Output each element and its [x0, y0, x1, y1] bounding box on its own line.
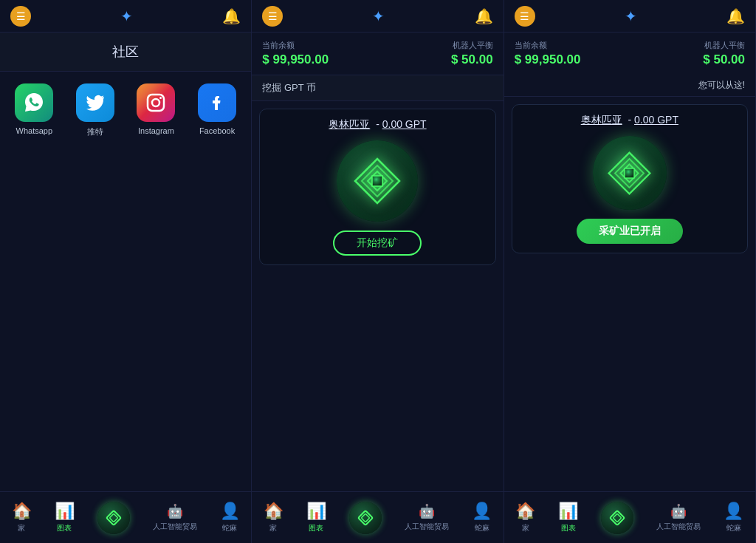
mining-card-2: 奥林匹亚 - 0.00 GPT — [512, 104, 748, 253]
svg-rect-3 — [106, 510, 121, 525]
bell-icon-2[interactable]: 🔔 — [475, 7, 493, 25]
nav-snake-label-3: 蛇麻 — [726, 523, 741, 533]
coin-name-2: 奥林匹亚 - 0.00 GPT — [581, 114, 678, 127]
nav-chart[interactable]: 📊 图表 — [55, 502, 75, 533]
notice-bar: 您可以从这! — [504, 75, 755, 97]
whatsapp-icon — [15, 83, 53, 122]
current-balance-value-2: $ 99,950.00 — [515, 52, 581, 67]
current-balance: 当前余额 $ 99,950.00 — [262, 40, 329, 67]
header-logo-area-3: ✦ — [625, 7, 637, 25]
svg-rect-0 — [148, 95, 164, 111]
mining-panel-2: ☰ ✦ 🔔 当前余额 $ 99,950.00 机器人平衡 $ 50.00 您可以… — [504, 0, 756, 543]
mining2-header: ☰ ✦ 🔔 — [504, 0, 755, 33]
balance-section-1: 当前余额 $ 99,950.00 机器人平衡 $ 50.00 — [252, 33, 503, 75]
ai-icon-2: 🤖 — [419, 503, 435, 519]
logo-icon-2: ✦ — [372, 7, 385, 25]
chart-icon-2: 📊 — [306, 502, 326, 521]
bottom-nav-mining1: 🏠 家 📊 图表 🤖 人工智能贸易 👤 蛇麻 — [252, 491, 503, 543]
current-balance-label-2: 当前余额 — [515, 40, 581, 51]
whatsapp-label: Whatsapp — [16, 126, 53, 135]
nav-snake-3[interactable]: 👤 蛇麻 — [724, 502, 743, 533]
mining-gem-1 — [337, 140, 418, 222]
home-icon: 🏠 — [12, 502, 32, 521]
nav-ai-3[interactable]: 🤖 人工智能贸易 — [656, 503, 701, 532]
twitter-label: 推特 — [87, 126, 103, 137]
robot-balance-label-2: 机器人平衡 — [703, 40, 745, 51]
mining-title-1: 挖掘 GPT 币 — [262, 81, 316, 95]
mining1-header: ☰ ✦ 🔔 — [252, 0, 503, 33]
menu-icon-3[interactable]: ☰ — [515, 6, 535, 27]
chart-icon-3: 📊 — [558, 502, 578, 521]
bell-icon[interactable]: 🔔 — [222, 7, 241, 25]
community-header: ☰ ✦ 🔔 — [0, 0, 251, 33]
nav-home[interactable]: 🏠 家 — [12, 502, 32, 533]
nav-home-label-2: 家 — [269, 523, 277, 533]
balance-section-2: 当前余额 $ 99,950.00 机器人平衡 $ 50.00 — [504, 33, 755, 75]
svg-marker-16 — [609, 152, 650, 194]
svg-rect-4 — [109, 513, 117, 522]
social-item-twitter[interactable]: 推特 — [69, 83, 123, 137]
instagram-label: Instagram — [138, 126, 174, 135]
nav-ai-label-3: 人工智能贸易 — [656, 522, 701, 532]
svg-rect-10 — [358, 510, 373, 525]
nav-chart-label-2: 图表 — [309, 523, 323, 533]
svg-rect-17 — [610, 510, 625, 525]
instagram-icon — [137, 83, 175, 122]
nav-ai-2[interactable]: 🤖 人工智能贸易 — [405, 503, 449, 532]
menu-icon-2[interactable]: ☰ — [262, 6, 283, 27]
start-mining-btn-1[interactable]: 开始挖矿 — [333, 230, 422, 256]
nav-chart-label: 图表 — [57, 523, 72, 533]
nav-gem-2[interactable] — [349, 502, 382, 534]
robot-balance-value: $ 50.00 — [451, 52, 493, 67]
current-balance-label: 当前余额 — [262, 40, 329, 51]
robot-balance: 机器人平衡 $ 50.00 — [451, 40, 493, 67]
current-balance-value: $ 99,950.00 — [262, 52, 329, 67]
svg-marker-9 — [355, 159, 399, 203]
gem-icon-3 — [601, 502, 633, 534]
mining1-content: 当前余额 $ 99,950.00 机器人平衡 $ 50.00 挖掘 GPT 币 … — [252, 33, 503, 543]
svg-point-1 — [152, 99, 159, 106]
bottom-nav-community: 🏠 家 📊 图表 🤖 人工智能贸易 👤 蛇麻 — [0, 491, 251, 543]
nav-ai[interactable]: 🤖 人工智能贸易 — [153, 503, 197, 532]
bell-icon-3[interactable]: 🔔 — [726, 7, 745, 25]
snake-icon: 👤 — [220, 502, 240, 521]
coin-name-1: 奥林匹亚 - 0.00 GPT — [329, 118, 426, 132]
nav-home-label-3: 家 — [522, 523, 529, 533]
start-mining-btn-2[interactable]: 采矿业已开启 — [577, 219, 683, 244]
nav-chart-label-3: 图表 — [561, 523, 576, 533]
social-item-instagram[interactable]: Instagram — [129, 83, 183, 137]
nav-snake[interactable]: 👤 蛇麻 — [220, 502, 240, 533]
bottom-nav-mining2: 🏠 家 📊 图表 🤖 人工智能贸易 👤 蛇麻 — [504, 491, 755, 543]
social-item-whatsapp[interactable]: Whatsapp — [7, 83, 61, 137]
nav-home-3[interactable]: 🏠 家 — [515, 502, 535, 533]
logo-icon: ✦ — [120, 7, 133, 25]
snake-icon-2: 👤 — [472, 502, 492, 521]
social-grid: Whatsapp 推特 Instagram — [0, 72, 251, 149]
nav-chart-2[interactable]: 📊 图表 — [306, 502, 326, 533]
ai-icon-3: 🤖 — [670, 503, 687, 519]
nav-home-2[interactable]: 🏠 家 — [264, 502, 284, 533]
robot-balance-2: 机器人平衡 $ 50.00 — [703, 40, 745, 67]
mining2-content: 当前余额 $ 99,950.00 机器人平衡 $ 50.00 您可以从这! 奥林… — [504, 33, 755, 543]
home-icon-3: 🏠 — [515, 502, 535, 521]
header-logo-area-2: ✦ — [372, 7, 385, 25]
svg-point-2 — [159, 97, 162, 99]
svg-rect-18 — [614, 513, 622, 522]
nav-gem-3[interactable] — [601, 502, 633, 534]
community-panel: ☰ ✦ 🔔 社区 Whatsapp 推特 — [0, 0, 252, 543]
current-balance-2: 当前余额 $ 99,950.00 — [515, 40, 581, 67]
svg-rect-11 — [361, 513, 369, 522]
nav-ai-label: 人工智能贸易 — [153, 522, 197, 532]
logo-icon-3: ✦ — [625, 7, 637, 25]
nav-chart-3[interactable]: 📊 图表 — [558, 502, 578, 533]
nav-snake-2[interactable]: 👤 蛇麻 — [472, 502, 492, 533]
nav-home-label: 家 — [18, 523, 25, 533]
mining-card-1: 奥林匹亚 - 0.00 GPT — [259, 109, 495, 265]
social-item-facebook[interactable]: Facebook — [190, 83, 244, 137]
mining-gem-2 — [593, 136, 667, 210]
menu-icon[interactable]: ☰ — [10, 6, 31, 27]
snake-icon-3: 👤 — [724, 502, 743, 521]
gem-icon-2 — [349, 502, 382, 534]
nav-gem[interactable] — [97, 502, 130, 534]
nav-snake-label-2: 蛇麻 — [475, 523, 489, 533]
